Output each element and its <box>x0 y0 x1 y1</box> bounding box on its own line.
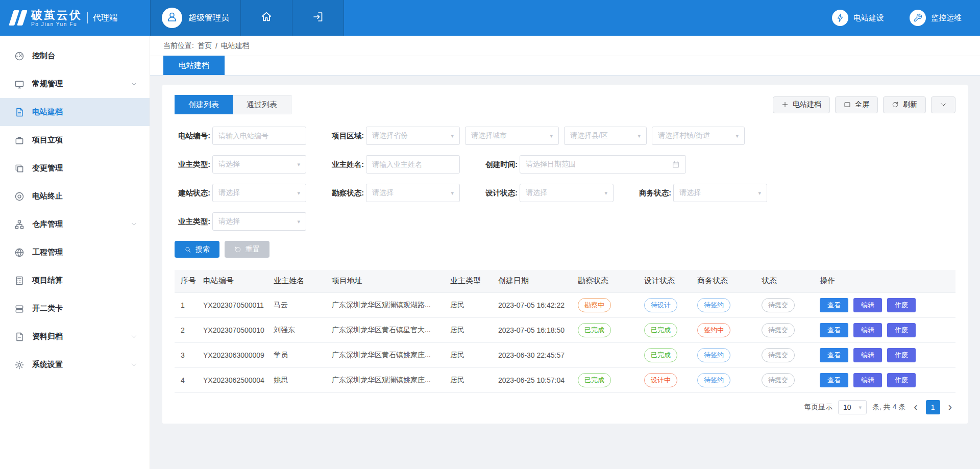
view-button[interactable]: 查看 <box>820 348 848 362</box>
edit-button[interactable]: 编辑 <box>853 323 882 337</box>
create-station-label: 电站建档 <box>793 100 821 109</box>
next-page-button[interactable]: › <box>946 402 954 413</box>
sidebar-item-station-termination[interactable]: 电站终止 <box>0 182 150 210</box>
view-button[interactable]: 查看 <box>820 323 848 337</box>
owner-name: 刘强东 <box>270 317 328 342</box>
void-button[interactable]: 作废 <box>887 298 916 312</box>
owner-type: 居民 <box>446 342 494 367</box>
owner-name-input[interactable] <box>366 155 460 174</box>
header-quick-links: 电站建设监控运维 <box>832 0 980 36</box>
column-header: 业主类型 <box>446 270 494 292</box>
void-button[interactable]: 作废 <box>887 373 916 387</box>
reset-label: 重置 <box>246 245 260 254</box>
sidebar-item-change-management[interactable]: 变更管理 <box>0 154 150 182</box>
calculator-icon <box>14 276 24 286</box>
select-placeholder: 请选择 <box>218 217 240 226</box>
collapse-filters-button[interactable] <box>931 96 955 113</box>
sidebar-item-project-initiation[interactable]: 项目立项 <box>0 126 150 154</box>
breadcrumb: 当前位置: 首页 / 电站建档 <box>150 36 980 56</box>
row-index: 2 <box>175 317 199 342</box>
sidebar-item-engineering[interactable]: 工程管理 <box>0 238 150 266</box>
breadcrumb-home[interactable]: 首页 <box>198 41 212 51</box>
list-tabs: 创建列表通过列表 <box>175 95 291 114</box>
sidebar-item-general-management[interactable]: 常规管理 <box>0 70 150 98</box>
status-badge: 待签约 <box>697 348 730 362</box>
build-status-select[interactable]: 请选择▾ <box>212 184 306 202</box>
design-status-select[interactable]: 请选择▾ <box>520 184 614 202</box>
filter-label: 项目区域: <box>328 131 364 141</box>
status-badge: 签约中 <box>697 323 730 337</box>
sidebar-item-label: 资料归档 <box>32 332 63 341</box>
create-time-input[interactable]: 请选择日期范围 <box>520 155 686 174</box>
station-code: YX2023070500010 <box>199 317 270 342</box>
page-tabbar: 电站建档 <box>150 56 980 76</box>
sidebar-item-system-settings[interactable]: 系统设置 <box>0 351 150 379</box>
row-index: 1 <box>175 292 199 317</box>
reset-icon <box>234 246 241 253</box>
user-menu[interactable]: 超级管理员 <box>150 0 241 36</box>
project-region-select-0[interactable]: 请选择省份▾ <box>366 127 460 145</box>
view-button[interactable]: 查看 <box>820 373 848 387</box>
column-header: 创建日期 <box>494 270 574 292</box>
station-code: YX2023063000009 <box>199 342 270 367</box>
list-tab-passed-list[interactable]: 通过列表 <box>233 95 291 114</box>
project-region-select-3[interactable]: 请选择村镇/街道▾ <box>652 127 745 145</box>
owner-type-select[interactable]: 请选择▾ <box>212 155 306 174</box>
filter-field-owner-type-2: 业主类型:请选择▾ <box>175 212 306 231</box>
chevron-down-icon: ▾ <box>297 161 300 168</box>
page-1-button[interactable]: 1 <box>926 400 940 414</box>
create-station-button[interactable]: 电站建档 <box>773 96 830 113</box>
per-page-select[interactable]: 10 ▾ <box>838 400 867 414</box>
select-placeholder: 请选择村镇/街道 <box>658 131 710 140</box>
select-placeholder: 请选择 <box>218 160 240 169</box>
view-button[interactable]: 查看 <box>820 298 848 312</box>
status-cell: 待提交 <box>757 292 816 317</box>
project-region-select-1[interactable]: 请选择城市▾ <box>465 127 559 145</box>
project-region-select-2[interactable]: 请选择县/区▾ <box>564 127 647 145</box>
quick-link-monitor-ops[interactable]: 监控运维 <box>910 10 962 26</box>
refresh-button[interactable]: 刷新 <box>883 96 926 113</box>
filter-label: 电站编号: <box>175 131 210 141</box>
chevron-down-icon <box>131 361 137 368</box>
search-button[interactable]: 搜索 <box>175 241 219 258</box>
fullscreen-button[interactable]: 全屏 <box>835 96 878 113</box>
refresh-label: 刷新 <box>903 100 917 109</box>
sidebar-item-warehouse[interactable]: 仓库管理 <box>0 210 150 238</box>
void-button[interactable]: 作废 <box>887 348 916 362</box>
edit-button[interactable]: 编辑 <box>853 373 882 387</box>
station-code-input[interactable] <box>212 127 306 145</box>
created-date: 2023-06-25 10:57:04 <box>494 367 574 392</box>
column-header: 电站编号 <box>199 270 270 292</box>
edit-button[interactable]: 编辑 <box>853 348 882 362</box>
page-tab-station-archive[interactable]: 电站建档 <box>163 56 225 75</box>
edit-button[interactable]: 编辑 <box>853 298 882 312</box>
sidebar-item-second-type-card[interactable]: 开二类卡 <box>0 294 150 323</box>
status-badge: 待签约 <box>697 373 730 387</box>
owner-name: 姚思 <box>270 367 328 392</box>
user-icon <box>166 11 178 25</box>
table-row: 1YX2023070500011马云广东深圳龙华区观澜镇观湖路...居民2023… <box>175 292 955 317</box>
table-row: 3YX2023063000009学员广东深圳龙华区黄石镇姚家庄...居民2023… <box>175 342 955 367</box>
sidebar-item-label: 控制台 <box>32 51 55 61</box>
reset-button[interactable]: 重置 <box>225 241 270 258</box>
survey-status-select[interactable]: 请选择▾ <box>366 184 460 202</box>
prev-page-button[interactable]: ‹ <box>911 402 920 413</box>
filter-label: 创建时间: <box>482 160 518 169</box>
list-tab-create-list[interactable]: 创建列表 <box>175 95 233 114</box>
status-badge: 待提交 <box>762 373 795 387</box>
owner-type-2-select[interactable]: 请选择▾ <box>212 212 306 231</box>
sidebar-item-console[interactable]: 控制台 <box>0 42 150 70</box>
home-button[interactable] <box>241 0 292 36</box>
void-button[interactable]: 作废 <box>887 323 916 337</box>
business-status-select[interactable]: 请选择▾ <box>673 184 767 202</box>
portal-label: 代理端 <box>87 12 117 23</box>
sidebar-item-station-archive[interactable]: 电站建档 <box>0 98 150 126</box>
sidebar-item-project-settlement[interactable]: 项目结算 <box>0 266 150 294</box>
logout-button[interactable] <box>292 0 344 36</box>
monitor-icon <box>14 79 24 89</box>
breadcrumb-label: 当前位置: <box>163 41 194 51</box>
actions-cell: 查看编辑作废 <box>816 317 955 342</box>
sidebar-item-data-archive[interactable]: 资料归档 <box>0 323 150 351</box>
select-placeholder: 请选择县/区 <box>570 131 608 140</box>
quick-link-station-build[interactable]: 电站建设 <box>832 10 884 26</box>
